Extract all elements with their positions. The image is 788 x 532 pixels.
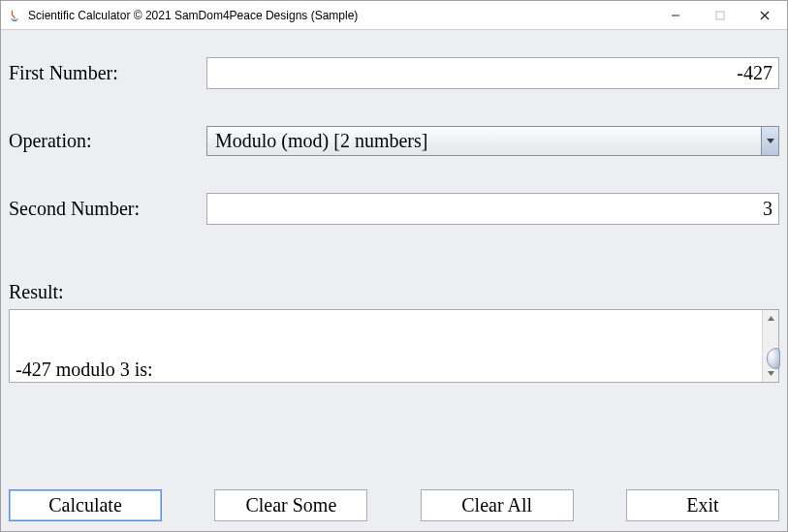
exit-button[interactable]: Exit (626, 489, 779, 521)
result-textarea[interactable]: -427 modulo 3 is: 2 (10, 310, 762, 382)
operation-row: Operation: Modulo (mod) [2 numbers] (9, 126, 779, 156)
calculate-button[interactable]: Calculate (9, 489, 162, 521)
clear-some-button[interactable]: Clear Some (214, 489, 367, 521)
scroll-track[interactable] (763, 327, 778, 365)
operation-label: Operation: (9, 130, 206, 152)
close-button[interactable] (742, 1, 787, 29)
java-icon (7, 8, 22, 23)
result-area-container: -427 modulo 3 is: 2 (9, 309, 779, 383)
result-scrollbar[interactable] (762, 310, 778, 382)
scroll-thumb[interactable] (767, 348, 780, 369)
titlebar: Scientific Calculator © 2021 SamDom4Peac… (1, 1, 787, 30)
window-title: Scientific Calculator © 2021 SamDom4Peac… (28, 9, 653, 22)
maximize-button[interactable] (698, 1, 742, 29)
svg-marker-4 (767, 139, 774, 143)
window-controls (653, 1, 787, 29)
operation-combobox[interactable]: Modulo (mod) [2 numbers] (206, 126, 779, 156)
minimize-button[interactable] (653, 1, 698, 29)
second-number-row: Second Number: (9, 193, 779, 225)
chevron-down-icon (761, 127, 778, 155)
content-panel: First Number: Operation: Modulo (mod) [2… (1, 30, 787, 531)
clear-all-button[interactable]: Clear All (421, 489, 574, 521)
second-number-label: Second Number: (9, 198, 206, 220)
svg-rect-1 (716, 12, 724, 19)
result-label: Result: (9, 281, 779, 303)
second-number-input[interactable] (206, 193, 779, 225)
svg-marker-5 (768, 316, 774, 321)
result-line-1: -427 modulo 3 is: (16, 359, 754, 381)
svg-marker-6 (768, 371, 774, 376)
app-window: Scientific Calculator © 2021 SamDom4Peac… (0, 0, 788, 532)
scroll-up-icon[interactable] (763, 310, 778, 327)
first-number-row: First Number: (9, 57, 779, 89)
button-row: Calculate Clear Some Clear All Exit (9, 489, 779, 523)
first-number-input[interactable] (206, 57, 779, 89)
first-number-label: First Number: (9, 62, 206, 84)
operation-selected-text: Modulo (mod) [2 numbers] (215, 130, 427, 152)
